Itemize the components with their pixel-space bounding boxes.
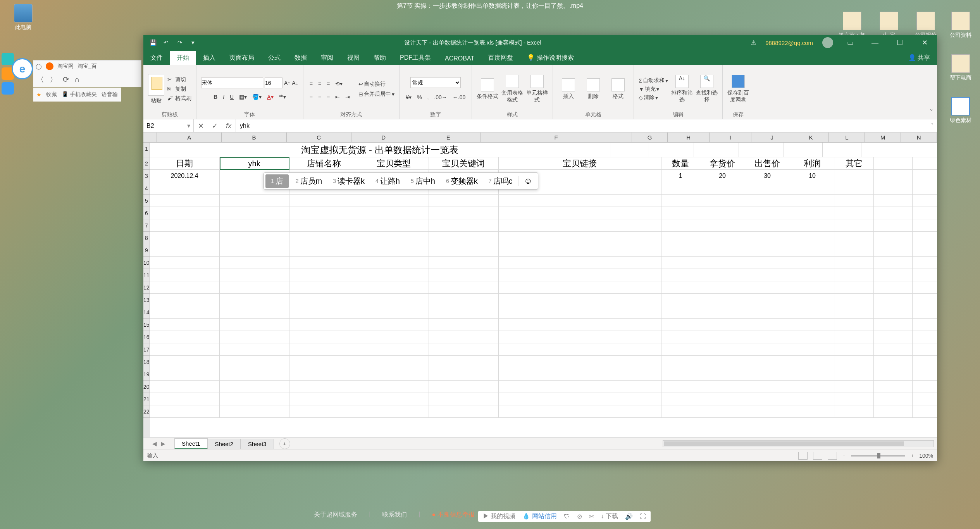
cell[interactable] bbox=[289, 269, 359, 281]
cell[interactable] bbox=[745, 219, 790, 232]
share-button[interactable]: 👤 共享 bbox=[901, 51, 937, 65]
back-icon[interactable]: 〈 bbox=[36, 74, 44, 85]
row-header[interactable]: 20 bbox=[143, 381, 150, 393]
cell[interactable] bbox=[499, 356, 661, 368]
cell[interactable] bbox=[661, 257, 700, 269]
cell[interactable] bbox=[700, 405, 745, 418]
col-header[interactable]: A bbox=[157, 133, 222, 142]
ime-candidate[interactable]: 5店中h bbox=[405, 176, 441, 186]
fx-icon[interactable]: fx bbox=[222, 119, 236, 133]
cell[interactable] bbox=[150, 331, 220, 343]
cell[interactable] bbox=[220, 368, 289, 381]
cell[interactable] bbox=[289, 381, 359, 393]
cell[interactable] bbox=[835, 405, 874, 418]
cell[interactable] bbox=[745, 207, 790, 219]
cell[interactable] bbox=[359, 331, 429, 343]
cell[interactable] bbox=[745, 182, 790, 195]
row-header[interactable]: 6 bbox=[143, 207, 150, 219]
browser-tab[interactable]: 淘宝网 bbox=[57, 63, 74, 70]
cell[interactable]: 店铺名称 bbox=[289, 157, 359, 170]
tell-me-search[interactable]: 💡 操作说明搜索 bbox=[520, 51, 580, 65]
cell[interactable] bbox=[913, 368, 937, 381]
cell[interactable]: 宝贝链接 bbox=[499, 157, 661, 170]
align-top-icon[interactable]: ≡ bbox=[308, 80, 314, 88]
browser-tab[interactable]: 淘宝_百 bbox=[78, 63, 97, 70]
paste-button[interactable] bbox=[148, 74, 164, 96]
cell[interactable] bbox=[835, 393, 874, 405]
row-header[interactable]: 16 bbox=[143, 331, 150, 343]
cell[interactable] bbox=[874, 343, 913, 356]
cell[interactable] bbox=[835, 294, 874, 306]
fill-button[interactable]: ▼ 填充 ▾ bbox=[639, 86, 668, 93]
zoom-level[interactable]: 100% bbox=[919, 453, 933, 459]
cell[interactable] bbox=[745, 269, 790, 281]
cell[interactable] bbox=[150, 269, 220, 281]
bold-button[interactable]: B bbox=[212, 93, 219, 101]
cell[interactable] bbox=[220, 306, 289, 319]
ime-candidate[interactable]: 2店员m bbox=[290, 176, 327, 186]
tab-acrobat[interactable]: ACROBAT bbox=[438, 52, 481, 65]
format-as-table-button[interactable]: 套用表格格式 bbox=[501, 75, 523, 103]
tab-data[interactable]: 数据 bbox=[288, 51, 314, 65]
edge-browser-icon[interactable]: e bbox=[12, 58, 33, 79]
cell[interactable] bbox=[745, 368, 790, 381]
cell[interactable] bbox=[835, 257, 874, 269]
cell[interactable] bbox=[790, 207, 835, 219]
underline-button[interactable]: U bbox=[228, 93, 235, 101]
cell[interactable] bbox=[359, 381, 429, 393]
cell[interactable] bbox=[150, 381, 220, 393]
cell[interactable] bbox=[745, 405, 790, 418]
zoom-in-icon[interactable]: + bbox=[911, 453, 914, 459]
tray-block-icon[interactable]: ⊘ bbox=[577, 513, 582, 520]
cell[interactable] bbox=[499, 232, 661, 244]
cell[interactable] bbox=[874, 244, 913, 257]
cell[interactable] bbox=[220, 294, 289, 306]
cell[interactable] bbox=[700, 306, 745, 319]
cell[interactable] bbox=[289, 219, 359, 232]
cell[interactable] bbox=[499, 269, 661, 281]
cell[interactable] bbox=[700, 257, 745, 269]
cell[interactable]: 日期 bbox=[150, 157, 220, 170]
row-header[interactable]: 17 bbox=[143, 343, 150, 356]
tab-help[interactable]: 帮助 bbox=[367, 51, 393, 65]
row-header[interactable]: 19 bbox=[143, 368, 150, 381]
sheet-tab[interactable]: Sheet1 bbox=[174, 438, 208, 449]
cell[interactable] bbox=[220, 381, 289, 393]
cell[interactable] bbox=[359, 269, 429, 281]
cancel-icon[interactable]: ✕ bbox=[194, 119, 208, 133]
cell[interactable] bbox=[874, 319, 913, 331]
copy-button[interactable]: ⎘复制 bbox=[167, 86, 191, 93]
cell[interactable] bbox=[745, 294, 790, 306]
cell[interactable] bbox=[745, 331, 790, 343]
row-header[interactable]: 18 bbox=[143, 356, 150, 368]
cell[interactable] bbox=[790, 182, 835, 195]
percent-button[interactable]: % bbox=[415, 93, 423, 101]
maximize-icon[interactable]: ☐ bbox=[892, 38, 908, 47]
tray-capture-icon[interactable]: ✂ bbox=[589, 513, 594, 520]
col-header[interactable]: M bbox=[865, 133, 901, 142]
cell[interactable] bbox=[150, 368, 220, 381]
cell[interactable] bbox=[835, 319, 874, 331]
row-header[interactable]: 11 bbox=[143, 269, 150, 281]
tab-baidu[interactable]: 百度网盘 bbox=[481, 51, 520, 65]
cell[interactable] bbox=[700, 319, 745, 331]
cell[interactable] bbox=[150, 232, 220, 244]
clear-button[interactable]: ◇ 清除 ▾ bbox=[639, 94, 668, 101]
cell[interactable] bbox=[499, 195, 661, 207]
cell[interactable]: 出售价 bbox=[745, 157, 790, 170]
col-header[interactable]: L bbox=[829, 133, 865, 142]
col-header[interactable]: I bbox=[710, 133, 751, 142]
cell[interactable] bbox=[790, 405, 835, 418]
cell[interactable] bbox=[790, 368, 835, 381]
star-icon[interactable]: ★ bbox=[36, 91, 41, 98]
col-header[interactable]: B bbox=[222, 133, 286, 142]
cell[interactable] bbox=[790, 244, 835, 257]
cell[interactable] bbox=[790, 294, 835, 306]
cell[interactable] bbox=[359, 219, 429, 232]
bookmark-item[interactable]: 📱 手机收藏夹 bbox=[62, 91, 97, 98]
cell[interactable] bbox=[700, 182, 745, 195]
cell[interactable] bbox=[220, 244, 289, 257]
cell[interactable] bbox=[429, 244, 499, 257]
find-select-button[interactable]: 🔍查找和选择 bbox=[696, 75, 718, 103]
cell[interactable] bbox=[661, 368, 700, 381]
